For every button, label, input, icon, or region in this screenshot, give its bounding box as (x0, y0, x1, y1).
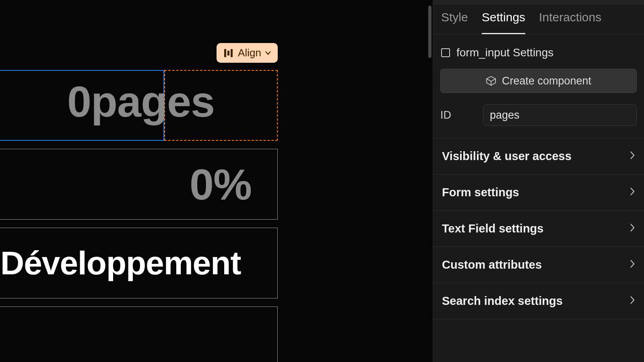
row-label: Text Field settings (442, 222, 543, 235)
align-button[interactable]: Align (217, 43, 278, 63)
id-row: ID (433, 93, 644, 138)
tab-interactions[interactable]: Interactions (539, 5, 601, 34)
align-label: Align (238, 47, 261, 59)
row-text-field-settings[interactable]: Text Field settings (433, 211, 644, 247)
settings-section-header: form_input Settings (433, 34, 644, 69)
row-search-index-settings[interactable]: Search index settings (433, 283, 644, 319)
align-icon (223, 48, 234, 58)
canvas-block-text: 0pages (0, 76, 290, 127)
canvas-scrollbar[interactable] (428, 6, 431, 362)
canvas-block-pages[interactable]: 0pages (0, 70, 278, 141)
chevron-right-icon (630, 187, 635, 198)
settings-section-title: form_input Settings (456, 46, 553, 59)
canvas-block-text: 0% (190, 159, 252, 210)
canvas-block-developpement[interactable]: Développement (0, 228, 278, 298)
chevron-right-icon (630, 223, 635, 234)
row-label: Visibility & user access (442, 150, 572, 163)
row-custom-attributes[interactable]: Custom attributes (433, 247, 644, 283)
design-canvas[interactable]: Align 0pages 0% Développement (0, 0, 433, 362)
id-label: ID (440, 109, 479, 121)
cube-icon (486, 76, 496, 86)
canvas-block-percent[interactable]: 0% (0, 149, 278, 220)
chevron-right-icon (630, 259, 635, 271)
create-component-label: Create component (502, 75, 591, 87)
tab-style[interactable]: Style (441, 5, 468, 34)
row-label: Search index settings (442, 294, 563, 308)
inspector-panel: Style Settings Interactions form_input S… (433, 0, 644, 362)
svg-rect-1 (227, 51, 229, 56)
create-component-button[interactable]: Create component (440, 69, 637, 93)
svg-rect-2 (231, 49, 233, 57)
row-form-settings[interactable]: Form settings (433, 175, 644, 211)
chevron-right-icon (630, 151, 635, 162)
chevron-right-icon (630, 296, 635, 307)
svg-rect-0 (224, 49, 226, 57)
row-label: Form settings (442, 186, 519, 199)
canvas-scrollbar-thumb[interactable] (428, 6, 431, 58)
row-visibility[interactable]: Visibility & user access (433, 138, 644, 175)
canvas-block-empty[interactable] (0, 306, 278, 362)
tab-settings[interactable]: Settings (482, 5, 525, 34)
chevron-down-icon (265, 51, 271, 55)
inspector-tabs: Style Settings Interactions (433, 5, 644, 34)
form-input-icon (441, 48, 450, 57)
id-input[interactable] (483, 104, 637, 126)
canvas-block-text: Développement (0, 244, 241, 282)
row-label: Custom attributes (442, 258, 542, 272)
